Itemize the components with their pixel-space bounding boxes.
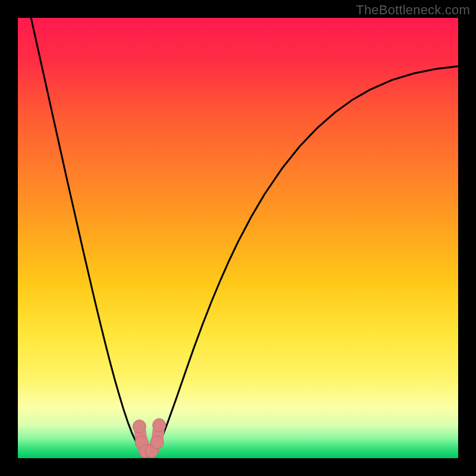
marker-dot [151,436,164,449]
marker-dot [133,420,146,433]
gradient-background [18,18,458,458]
bottleneck-chart [0,0,476,476]
watermark-text: TheBottleneck.com [356,2,470,18]
marker-dot [153,419,166,432]
chart-frame: { "watermark": "TheBottleneck.com", "col… [0,0,476,476]
